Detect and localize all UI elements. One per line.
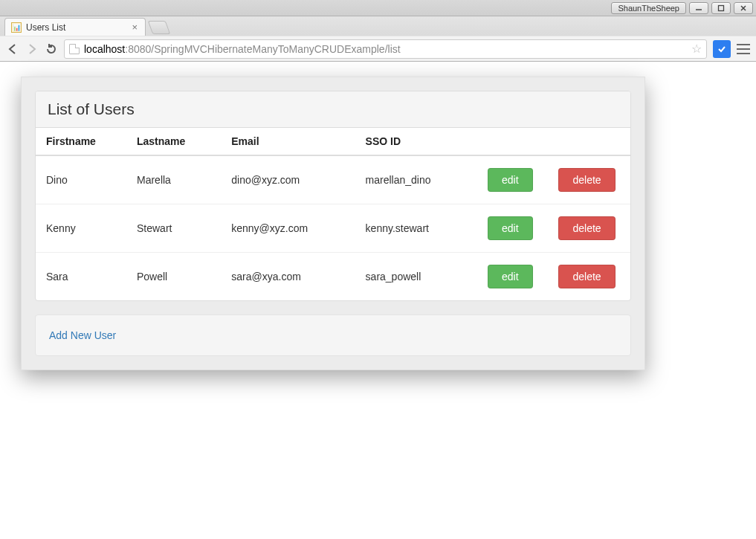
cell-ssoid: marellan_dino	[355, 155, 477, 204]
cell-ssoid: kenny.stewart	[355, 204, 477, 253]
cell-lastname: Marella	[126, 155, 221, 204]
cell-email: kenny@xyz.com	[221, 204, 355, 253]
svg-rect-0	[719, 5, 724, 10]
tab-close-button[interactable]: ×	[132, 22, 138, 33]
browser-chrome: 📊 Users List × localhost:8080/SpringMVCH…	[0, 16, 756, 62]
delete-button[interactable]: delete	[558, 265, 615, 288]
browser-tab[interactable]: 📊 Users List ×	[4, 18, 146, 36]
cell-firstname: Sara	[36, 253, 126, 301]
window-maximize-button[interactable]	[711, 2, 731, 14]
col-edit	[477, 128, 548, 155]
table-row: DinoMarelladino@xyz.commarellan_dinoedit…	[36, 155, 630, 204]
users-table: Firstname Lastname Email SSO ID DinoMare…	[36, 128, 630, 300]
table-row: SaraPowellsara@xya.comsara_powelleditdel…	[36, 253, 630, 301]
back-button[interactable]	[6, 42, 19, 56]
col-delete	[548, 128, 630, 155]
reload-button[interactable]	[45, 42, 58, 56]
extension-button[interactable]	[713, 40, 731, 58]
tab-title: Users List	[26, 22, 65, 33]
table-row: KennyStewartkenny@xyz.comkenny.stewarted…	[36, 204, 630, 253]
edit-button[interactable]: edit	[488, 265, 533, 288]
browser-menu-button[interactable]	[737, 44, 750, 54]
col-firstname: Firstname	[36, 128, 126, 155]
new-tab-button[interactable]	[148, 21, 171, 34]
delete-button[interactable]: delete	[558, 168, 615, 192]
edit-button[interactable]: edit	[488, 168, 533, 192]
delete-button[interactable]: delete	[558, 216, 615, 240]
cell-firstname: Kenny	[36, 204, 126, 253]
table-header-row: Firstname Lastname Email SSO ID	[36, 128, 630, 155]
os-user-badge: ShaunTheSheep	[611, 2, 686, 14]
os-titlebar: ShaunTheSheep	[0, 0, 756, 16]
col-email: Email	[221, 128, 355, 155]
col-lastname: Lastname	[126, 128, 221, 155]
edit-button[interactable]: edit	[488, 216, 533, 240]
cell-lastname: Stewart	[126, 204, 221, 253]
cell-lastname: Powell	[126, 253, 221, 301]
page-viewport: List of Users Firstname Lastname Email S…	[0, 62, 756, 539]
cell-firstname: Dino	[36, 155, 126, 204]
tab-strip: 📊 Users List ×	[0, 16, 756, 36]
content-card: List of Users Firstname Lastname Email S…	[21, 77, 645, 370]
cell-ssoid: sara_powell	[355, 253, 477, 301]
bookmark-star-icon[interactable]: ☆	[691, 42, 702, 56]
window-minimize-button[interactable]	[689, 2, 708, 14]
url-host: localhost:8080/SpringMVCHibernateManyToM…	[84, 43, 401, 55]
users-panel: List of Users Firstname Lastname Email S…	[35, 91, 631, 301]
address-bar[interactable]: localhost:8080/SpringMVCHibernateManyToM…	[64, 39, 707, 59]
add-user-well: Add New User	[35, 314, 631, 356]
forward-button[interactable]	[25, 42, 39, 56]
cell-email: sara@xya.com	[221, 253, 355, 301]
col-ssoid: SSO ID	[355, 128, 477, 155]
favicon-icon: 📊	[11, 22, 22, 33]
add-user-link[interactable]: Add New User	[49, 329, 116, 341]
page-icon	[69, 44, 80, 54]
window-close-button[interactable]	[734, 2, 753, 14]
cell-email: dino@xyz.com	[221, 155, 355, 204]
page-title: List of Users	[36, 91, 630, 128]
browser-toolbar: localhost:8080/SpringMVCHibernateManyToM…	[0, 36, 756, 61]
